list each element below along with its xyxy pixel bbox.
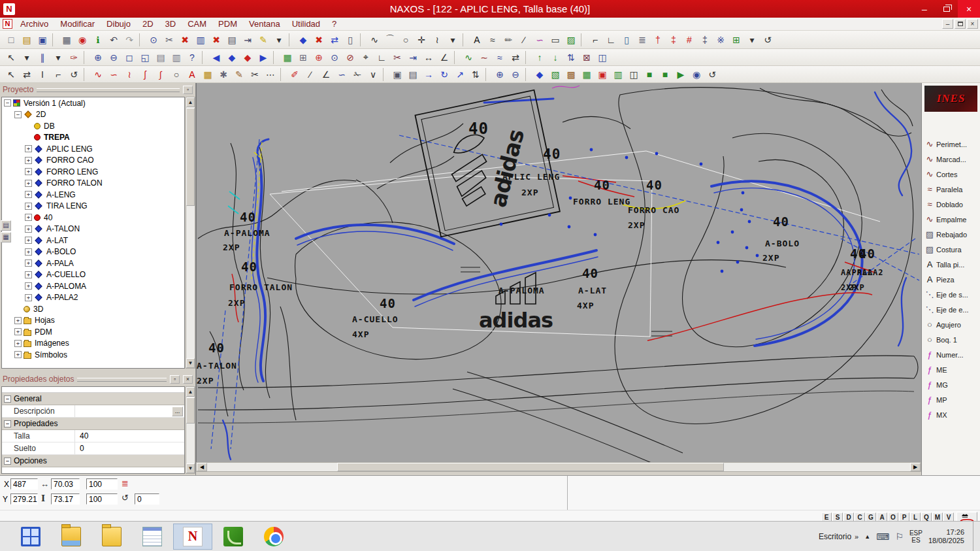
toolbar-zoom-out-icon[interactable]: ⊖ bbox=[106, 50, 122, 65]
show-desktop-button[interactable] bbox=[973, 522, 976, 551]
toolbar-text-icon[interactable]: A bbox=[469, 33, 485, 47]
canvas-label[interactable]: 40 bbox=[859, 246, 875, 261]
canvas-label[interactable]: 2XP bbox=[228, 298, 245, 308]
toolbar-angle-icon[interactable]: ∟ bbox=[603, 33, 619, 47]
menu-2d[interactable]: 2D bbox=[137, 18, 159, 30]
tree-item-a-bolo[interactable]: +A-BOLO bbox=[2, 246, 184, 258]
scroll-down-icon[interactable]: ▼ bbox=[186, 358, 195, 368]
canvas-hscrollbar[interactable]: ◀ ▶ bbox=[196, 462, 921, 472]
menu-[interactable]: ? bbox=[326, 18, 342, 30]
toolbar-grid-icon[interactable]: ▦ bbox=[280, 50, 295, 65]
tree-expander-icon[interactable]: + bbox=[25, 237, 32, 244]
taskbar-notepad-button[interactable] bbox=[133, 524, 172, 550]
tree-expander-icon[interactable]: − bbox=[4, 99, 11, 107]
toolbar-angle2-icon[interactable]: ∠ bbox=[436, 50, 452, 65]
tool-mg[interactable]: ƒMG bbox=[922, 377, 980, 392]
toolbar-cut-icon[interactable]: ✂ bbox=[161, 33, 177, 47]
tree-item-3d[interactable]: 3D bbox=[2, 303, 184, 315]
tool-empalme[interactable]: ∿Empalme bbox=[922, 212, 980, 227]
tree-item-40[interactable]: +40 bbox=[2, 212, 184, 224]
tool-perimet[interactable]: ∿Perimet... bbox=[922, 137, 980, 152]
toolbar-dropdown-icon[interactable]: ▾ bbox=[19, 50, 35, 65]
canvas-label[interactable]: 2XP bbox=[849, 283, 865, 292]
tool-agujero[interactable]: ○Agujero bbox=[922, 317, 980, 332]
tree-expander-icon[interactable]: + bbox=[14, 351, 22, 358]
mdi-close-button[interactable]: × bbox=[967, 19, 978, 29]
toolbar-node-icon[interactable]: ⊙ bbox=[327, 50, 342, 65]
toolbar-cells-icon[interactable]: ▥ bbox=[610, 67, 626, 82]
toolbar-knife-icon[interactable]: ✁ bbox=[350, 67, 365, 82]
tree-item-a-lat[interactable]: +A-LAT bbox=[2, 235, 184, 246]
toolbar-sheet-icon[interactable]: ▯ bbox=[619, 33, 634, 47]
toolbar-order-icon[interactable]: ⇅ bbox=[563, 50, 579, 65]
tree-item-aplic-leng[interactable]: +APLIC LENG bbox=[2, 143, 184, 155]
toolbar-stretch-icon[interactable]: ⇄ bbox=[19, 67, 35, 82]
canvas-label[interactable]: 40 bbox=[468, 120, 489, 138]
canvas-label[interactable]: 40 bbox=[773, 214, 789, 229]
canvas-label[interactable]: 40 bbox=[380, 296, 396, 310]
tool-talla-pi[interactable]: ATalla pi... bbox=[922, 257, 980, 272]
canvas-label[interactable]: A-PALOMA bbox=[498, 286, 545, 295]
toolbar-image-icon[interactable]: ▣ bbox=[595, 67, 610, 82]
toolbar-curve-red1-icon[interactable]: ∿ bbox=[90, 67, 106, 82]
toolbar-line2-icon[interactable]: ∕ bbox=[302, 67, 318, 82]
tool-boq-1[interactable]: ○Boq. 1 bbox=[922, 332, 980, 347]
toolbar-hatch2-icon[interactable]: ▧ bbox=[547, 67, 563, 82]
prop-section-opciones[interactable]: −Opciones bbox=[2, 455, 184, 467]
toolbar-table-icon[interactable]: ▦ bbox=[579, 67, 595, 82]
tree-scrollbar[interactable]: ▲ ▼ bbox=[186, 97, 195, 369]
toolbar-mirror-icon[interactable]: ◫ bbox=[595, 50, 610, 65]
toolbar-curve-icon[interactable]: ≀ bbox=[429, 33, 445, 47]
tray-expand-icon[interactable]: ▲ bbox=[864, 533, 870, 540]
taskbar-file-explorer-button[interactable] bbox=[52, 524, 91, 550]
toolbar-zoom-in2-icon[interactable]: ⊕ bbox=[492, 67, 508, 82]
toolbar-trim-icon[interactable]: ✂ bbox=[389, 50, 405, 65]
toolbar-break-icon[interactable]: ⊘ bbox=[342, 50, 358, 65]
toolbar-dropdown-icon[interactable]: ▾ bbox=[271, 33, 287, 47]
drawing-canvas[interactable]: 4040APLIC LENG2XP40FORRO LENG2XP40FORRO … bbox=[196, 83, 921, 462]
scale-y-field[interactable]: 100 bbox=[86, 493, 118, 505]
toolbar-pencil-icon[interactable]: ✎ bbox=[255, 33, 271, 47]
toolbar-frame-icon[interactable]: ◫ bbox=[626, 67, 642, 82]
tree-item-db[interactable]: DB bbox=[2, 120, 184, 132]
tool-paralela[interactable]: ≈Paralela bbox=[922, 182, 980, 197]
toolbar-pencil2-icon[interactable]: ✏ bbox=[500, 33, 516, 47]
close-button[interactable]: × bbox=[958, 0, 980, 18]
canvas-label[interactable]: 2XP bbox=[521, 188, 538, 197]
scale-x-field[interactable]: 100 bbox=[86, 478, 118, 490]
tree-item-im-genes[interactable]: +Imágenes bbox=[2, 338, 184, 350]
toolbar-extend-icon[interactable]: ⇥ bbox=[405, 50, 421, 65]
tree-item-forro-cao[interactable]: +FORRO CAO bbox=[2, 155, 184, 167]
tree-item-s-mbolos[interactable]: +Símbolos bbox=[2, 349, 184, 361]
rotation-field[interactable]: 0 bbox=[135, 493, 159, 505]
toolbar-send-icon[interactable]: ▶ bbox=[673, 67, 689, 82]
toolbar-guides-icon[interactable]: ∥ bbox=[35, 50, 50, 65]
toolbar-hatch-icon[interactable]: ▨ bbox=[563, 33, 579, 47]
prop-value[interactable]: 40 bbox=[75, 431, 184, 441]
menu-cam[interactable]: CAM bbox=[182, 18, 212, 30]
tool-numer[interactable]: ƒNumer... bbox=[922, 347, 980, 362]
tree-item-forro-leng[interactable]: +FORRO LENG bbox=[2, 166, 184, 178]
toolbar-hash-icon[interactable]: # bbox=[681, 33, 697, 47]
canvas-label[interactable]: A-BOLO bbox=[765, 239, 800, 248]
tool-eje-de-e[interactable]: ⋱Eje de e... bbox=[922, 302, 980, 317]
toolbar-spline2-icon[interactable]: ∼ bbox=[476, 50, 492, 65]
tree-expander-icon[interactable]: − bbox=[14, 111, 22, 118]
canvas-label[interactable]: 40 bbox=[646, 178, 662, 192]
toolbar-piece-icon[interactable]: ◆ bbox=[532, 67, 547, 82]
canvas-label[interactable]: A-TALON bbox=[197, 361, 237, 371]
toolbar-overflow-icon[interactable]: » bbox=[855, 533, 858, 541]
toolbar-redo-icon[interactable]: ↷ bbox=[122, 33, 137, 47]
tool-costura[interactable]: ▨Costura bbox=[922, 242, 980, 257]
toolbar-lock-icon[interactable]: ⊠ bbox=[579, 50, 595, 65]
tree-item-2d[interactable]: −2D bbox=[2, 109, 184, 121]
toolbar-rotate-sel-icon[interactable]: ↺ bbox=[66, 67, 82, 82]
toolbar-open-icon[interactable]: ▤ bbox=[19, 33, 35, 47]
canvas-label[interactable]: 2XP bbox=[762, 253, 779, 263]
tree-item-a-pala2[interactable]: +A-PALA2 bbox=[2, 292, 184, 304]
prop-row-suelto[interactable]: Suelto0 bbox=[2, 442, 184, 455]
tool-me[interactable]: ƒME bbox=[922, 362, 980, 377]
toolbar-curve-red3-icon[interactable]: ≀ bbox=[122, 67, 137, 82]
toolbar-zoom-previous-icon[interactable]: ⊙ bbox=[146, 33, 161, 47]
toolbar-circle-icon[interactable]: ○ bbox=[398, 33, 414, 47]
